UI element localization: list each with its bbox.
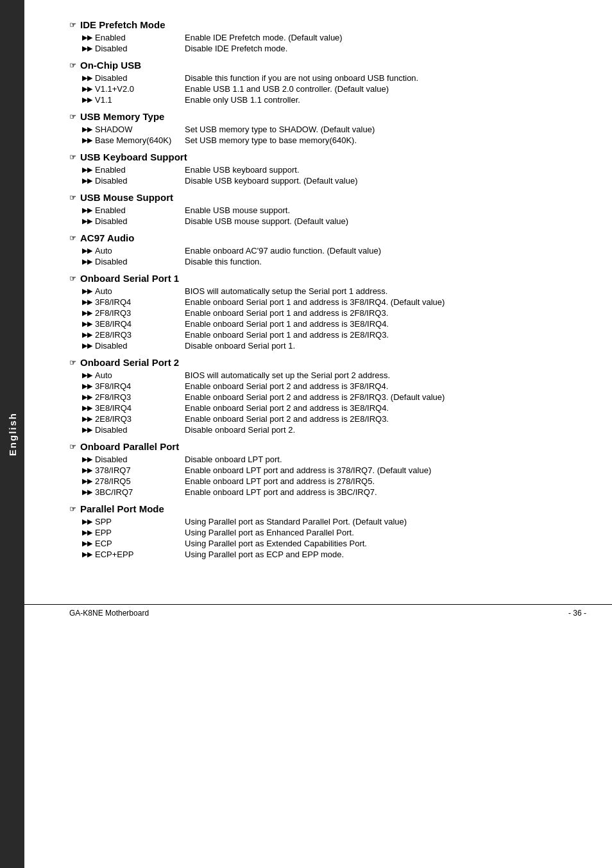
option-row: ▶▶DisabledDisable IDE Prefetch mode. [69, 44, 586, 53]
option-name: ▶▶2E8/IRQ3 [82, 330, 185, 340]
section-arrow-icon: ☞ [69, 193, 76, 202]
option-key-text: 3BC/IRQ7 [95, 487, 133, 497]
option-bullet-icon: ▶▶ [82, 166, 92, 174]
section-title-text: USB Mouse Support [80, 192, 173, 203]
option-desc-text: Enable onboard Serial port 1 and address… [185, 308, 586, 318]
option-key-text: 3F8/IRQ4 [95, 381, 131, 391]
option-key-text: Disabled [95, 341, 128, 351]
section-arrow-icon: ☞ [69, 505, 76, 514]
option-desc-text: Using Parallel port as Enhanced Parallel… [185, 528, 586, 537]
option-row: ▶▶378/IRQ7Enable onboard LPT port and ad… [69, 465, 586, 475]
option-desc-text: Enable only USB 1.1 controller. [185, 95, 586, 105]
section-onboard-serial-port-1: ☞Onboard Serial Port 1▶▶AutoBIOS will au… [69, 273, 586, 351]
option-row: ▶▶DisabledDisable onboard LPT port. [69, 455, 586, 464]
option-bullet-icon: ▶▶ [82, 371, 92, 379]
option-name: ▶▶Disabled [82, 257, 185, 266]
section-arrow-icon: ☞ [69, 112, 76, 121]
option-key-text: Disabled [95, 425, 128, 435]
option-bullet-icon: ▶▶ [82, 539, 92, 548]
option-key-text: Disabled [95, 176, 128, 186]
section-title-usb-memory-type: ☞USB Memory Type [69, 111, 586, 122]
section-title-usb-keyboard-support: ☞USB Keyboard Support [69, 152, 586, 162]
option-name: ▶▶Disabled [82, 44, 185, 53]
option-desc-text: Enable onboard Serial port 1 and address… [185, 297, 586, 307]
option-bullet-icon: ▶▶ [82, 136, 92, 144]
option-bullet-icon: ▶▶ [82, 477, 92, 485]
option-desc-text: Enable onboard Serial port 1 and address… [185, 330, 586, 340]
option-key-text: V1.1 [95, 95, 112, 105]
option-key-text: Disabled [95, 455, 128, 464]
option-name: ▶▶Disabled [82, 73, 185, 83]
option-key-text: EPP [95, 528, 112, 537]
option-name: ▶▶Disabled [82, 216, 185, 226]
option-name: ▶▶Disabled [82, 341, 185, 351]
option-row: ▶▶DisabledDisable USB keyboard support. … [69, 176, 586, 186]
section-title-text: Onboard Serial Port 1 [80, 273, 179, 284]
option-desc-text: Enable onboard LPT port and address is 2… [185, 476, 586, 486]
section-arrow-icon: ☞ [69, 358, 76, 367]
option-row: ▶▶2F8/IRQ3Enable onboard Serial port 1 a… [69, 308, 586, 318]
section-title-onboard-serial-port-2: ☞Onboard Serial Port 2 [69, 357, 586, 368]
option-name: ▶▶Enabled [82, 33, 185, 42]
option-name: ▶▶Base Memory(640K) [82, 135, 185, 145]
option-name: ▶▶2E8/IRQ3 [82, 414, 185, 424]
option-row: ▶▶SHADOWSet USB memory type to SHADOW. (… [69, 125, 586, 134]
option-bullet-icon: ▶▶ [82, 33, 92, 42]
option-desc-text: Enable onboard Serial port 2 and address… [185, 381, 586, 391]
option-row: ▶▶2E8/IRQ3Enable onboard Serial port 2 a… [69, 414, 586, 424]
option-bullet-icon: ▶▶ [82, 382, 92, 390]
option-row: ▶▶SPPUsing Parallel port as Standard Par… [69, 517, 586, 526]
section-title-text: USB Memory Type [80, 111, 164, 122]
section-arrow-icon: ☞ [69, 442, 76, 451]
option-bullet-icon: ▶▶ [82, 96, 92, 104]
option-bullet-icon: ▶▶ [82, 257, 92, 266]
option-bullet-icon: ▶▶ [82, 287, 92, 295]
option-desc-text: Enable onboard LPT port and address is 3… [185, 465, 586, 475]
option-name: ▶▶3E8/IRQ4 [82, 403, 185, 413]
option-desc-text: Enable onboard Serial port 2 and address… [185, 414, 586, 424]
option-desc-text: Enable USB keyboard support. [185, 165, 586, 175]
option-name: ▶▶2F8/IRQ3 [82, 308, 185, 318]
option-bullet-icon: ▶▶ [82, 177, 92, 185]
option-row: ▶▶DisabledDisable USB mouse support. (De… [69, 216, 586, 226]
option-row: ▶▶ECP+EPPUsing Parallel port as ECP and … [69, 550, 586, 559]
option-desc-text: Enable onboard AC'97 audio function. (De… [185, 246, 586, 256]
option-bullet-icon: ▶▶ [82, 455, 92, 464]
section-on-chip-usb: ☞On-Chip USB▶▶DisabledDisable this funct… [69, 60, 586, 105]
option-key-text: 2F8/IRQ3 [95, 308, 131, 318]
option-key-text: SPP [95, 517, 112, 526]
option-bullet-icon: ▶▶ [82, 44, 92, 53]
section-title-ac97-audio: ☞AC97 Audio [69, 232, 586, 243]
option-desc-text: Enable onboard Serial port 2 and address… [185, 392, 586, 402]
option-key-text: Enabled [95, 33, 126, 42]
option-row: ▶▶EnabledEnable USB keyboard support. [69, 165, 586, 175]
option-row: ▶▶DisabledDisable this function. [69, 257, 586, 266]
section-arrow-icon: ☞ [69, 274, 76, 283]
option-name: ▶▶3F8/IRQ4 [82, 297, 185, 307]
option-name: ▶▶378/IRQ7 [82, 465, 185, 475]
main-content: ☞IDE Prefetch Mode▶▶EnabledEnable IDE Pr… [24, 0, 612, 591]
section-ide-prefetch-mode: ☞IDE Prefetch Mode▶▶EnabledEnable IDE Pr… [69, 19, 586, 53]
sidebar: English [0, 0, 24, 868]
footer-right: - 36 - [568, 609, 586, 618]
section-title-text: IDE Prefetch Mode [80, 19, 166, 30]
section-parallel-port-mode: ☞Parallel Port Mode▶▶SPPUsing Parallel p… [69, 503, 586, 559]
option-row: ▶▶2F8/IRQ3Enable onboard Serial port 2 a… [69, 392, 586, 402]
option-key-text: Disabled [95, 44, 128, 53]
option-row: ▶▶EnabledEnable IDE Prefetch mode. (Defa… [69, 33, 586, 42]
section-usb-memory-type: ☞USB Memory Type▶▶SHADOWSet USB memory t… [69, 111, 586, 145]
option-row: ▶▶EPPUsing Parallel port as Enhanced Par… [69, 528, 586, 537]
option-bullet-icon: ▶▶ [82, 528, 92, 537]
option-bullet-icon: ▶▶ [82, 404, 92, 412]
option-name: ▶▶278/IRQ5 [82, 476, 185, 486]
option-row: ▶▶V1.1+V2.0Enable USB 1.1 and USB 2.0 co… [69, 84, 586, 94]
option-bullet-icon: ▶▶ [82, 393, 92, 401]
option-key-text: Auto [95, 246, 112, 256]
option-desc-text: Using Parallel port as Standard Parallel… [185, 517, 586, 526]
option-bullet-icon: ▶▶ [82, 550, 92, 559]
section-arrow-icon: ☞ [69, 234, 76, 243]
section-title-text: Onboard Serial Port 2 [80, 357, 179, 368]
option-key-text: Disabled [95, 73, 128, 83]
option-desc-text: Using Parallel port as ECP and EPP mode. [185, 550, 586, 559]
option-name: ▶▶V1.1 [82, 95, 185, 105]
